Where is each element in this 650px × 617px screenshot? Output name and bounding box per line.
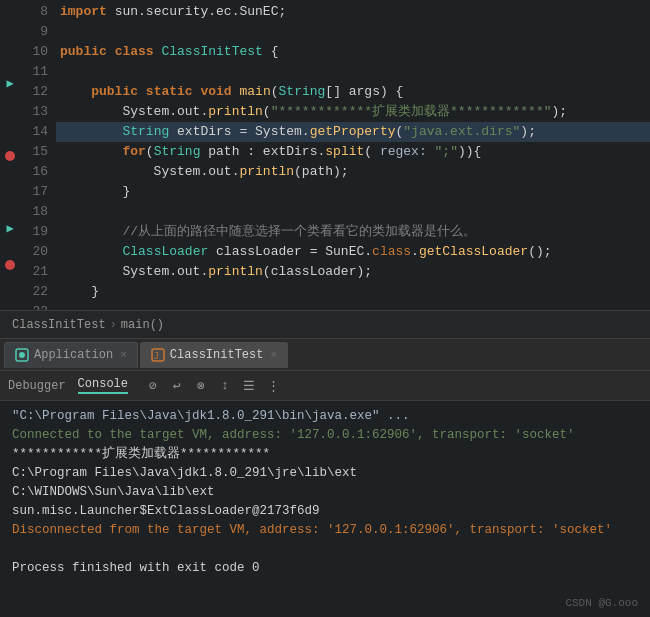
code-line-19: //从上面的路径中随意选择一个类看看它的类加载器是什么。: [56, 222, 650, 242]
code-container: ▶ ▶: [0, 0, 650, 310]
tab-classinitTest[interactable]: J ClassInitTest ×: [140, 342, 288, 368]
code-line-21: System.out.println(classLoader);: [56, 262, 650, 282]
app-icon: [15, 348, 29, 362]
gutter-row-15: [0, 256, 20, 274]
console-line-7: Disconnected from the target VM, address…: [12, 521, 638, 540]
breadcrumb-method: main(): [121, 318, 164, 332]
gear-icon[interactable]: ⋮: [264, 377, 282, 395]
code-line-14: String extDirs = System.getProperty("jav…: [56, 122, 650, 142]
gutter-row-9: [0, 147, 20, 165]
line-num-20: 20: [32, 242, 48, 262]
gutter-row-4: [0, 56, 20, 74]
line-num-13: 13: [32, 102, 48, 122]
gutter-row-3: [0, 38, 20, 56]
line-num-10: 10: [32, 42, 48, 62]
code-line-22: }: [56, 282, 650, 302]
line-num-15: 15: [32, 142, 48, 162]
code-line-11: [56, 62, 650, 82]
console-line-1: "C:\Program Files\Java\jdk1.8.0_291\bin\…: [12, 407, 638, 426]
tab-application-label: Application: [34, 348, 113, 362]
tab-application-close[interactable]: ×: [120, 349, 127, 361]
filter-icon[interactable]: ⊘: [144, 377, 162, 395]
console-line-2: Connected to the target VM, address: '12…: [12, 426, 638, 445]
gutter-row-10: [0, 165, 20, 183]
line-num-9: 9: [32, 22, 48, 42]
line-num-18: 18: [32, 202, 48, 222]
svg-text:J: J: [154, 352, 159, 361]
tab-classinitTest-close[interactable]: ×: [270, 349, 277, 361]
settings-icon[interactable]: ☰: [240, 377, 258, 395]
debug-arrow-2: ▶: [6, 221, 13, 236]
scroll-icon[interactable]: ↕: [216, 377, 234, 395]
gutter-row-17: [0, 292, 20, 310]
gutter-row-5: ▶: [0, 75, 20, 93]
code-line-12: public static void main(String[] args) {: [56, 82, 650, 102]
code-line-18: [56, 202, 650, 222]
line-num-8: 8: [32, 2, 48, 22]
gutter-row-12: [0, 201, 20, 219]
console-line-5: C:\WINDOWS\Sun\Java\lib\ext: [12, 483, 638, 502]
code-lines: import sun.security.ec.SunEC; public cla…: [56, 0, 650, 310]
console-line-4: C:\Program Files\Java\jdk1.8.0_291\jre\l…: [12, 464, 638, 483]
gutter-row-16: [0, 274, 20, 292]
bottom-panel: Debugger Console ⊘ ↩ ⊗ ↕ ☰ ⋮ "C:\Program…: [0, 370, 650, 584]
debug-arrow-1: ▶: [6, 76, 13, 91]
line-num-16: 16: [32, 162, 48, 182]
debugger-tab[interactable]: Debugger: [8, 379, 66, 393]
tab-classinitTest-label: ClassInitTest: [170, 348, 264, 362]
editor-area: ▶ ▶: [0, 0, 650, 310]
svg-point-1: [19, 352, 25, 358]
gutter-row-7: [0, 111, 20, 129]
line-num-12: 12: [32, 82, 48, 102]
console-line-6: sun.misc.Launcher$ExtClassLoader@2173f6d…: [12, 502, 638, 521]
breadcrumb-separator: ›: [110, 318, 117, 332]
gutter-row-6: [0, 93, 20, 111]
console-tab[interactable]: Console: [78, 377, 128, 394]
watermark: CSDN @G.ooo: [565, 597, 638, 609]
tab-application[interactable]: Application ×: [4, 342, 138, 368]
clear-icon[interactable]: ⊗: [192, 377, 210, 395]
breakpoint-2[interactable]: [5, 260, 15, 270]
gutter-row-13: ▶: [0, 220, 20, 238]
code-line-23: [56, 302, 650, 310]
code-line-9: [56, 22, 650, 42]
java-icon: J: [151, 348, 165, 362]
gutter-row-11: [0, 183, 20, 201]
code-line-17: }: [56, 182, 650, 202]
line-numbers: 8 9 10 11 12 13 14 15 16 17 18 19 20 21 …: [20, 0, 56, 310]
panel-toolbar: Debugger Console ⊘ ↩ ⊗ ↕ ☰ ⋮: [0, 371, 650, 401]
line-num-11: 11: [32, 62, 48, 82]
line-num-23: 23: [32, 302, 48, 310]
console-output: "C:\Program Files\Java\jdk1.8.0_291\bin\…: [0, 401, 650, 584]
main-wrapper: ▶ ▶: [0, 0, 650, 617]
code-line-8: import sun.security.ec.SunEC;: [56, 2, 650, 22]
gutter-row-2: [0, 20, 20, 38]
toolbar-icons: ⊘ ↩ ⊗ ↕ ☰ ⋮: [144, 377, 282, 395]
code-line-20: ClassLoader classLoader = SunEC.class.ge…: [56, 242, 650, 262]
code-line-10: public class ClassInitTest {: [56, 42, 650, 62]
code-line-16: System.out.println(path);: [56, 162, 650, 182]
breakpoint-1[interactable]: [5, 151, 15, 161]
console-line-3: ************扩展类加载器************: [12, 445, 638, 464]
code-line-15: for(String path : extDirs.split( regex: …: [56, 142, 650, 162]
line-num-21: 21: [32, 262, 48, 282]
breadcrumb-class: ClassInitTest: [12, 318, 106, 332]
line-num-17: 17: [32, 182, 48, 202]
gutter: ▶ ▶: [0, 0, 20, 310]
console-line-9: Process finished with exit code 0: [12, 559, 638, 578]
console-line-8: [12, 540, 638, 559]
gutter-row-8: [0, 129, 20, 147]
line-num-22: 22: [32, 282, 48, 302]
code-line-13: System.out.println("************扩展类加载器**…: [56, 102, 650, 122]
gutter-row-1: [0, 2, 20, 20]
gutter-row-14: [0, 238, 20, 256]
wrap-icon[interactable]: ↩: [168, 377, 186, 395]
breadcrumb-bar: ClassInitTest › main(): [0, 310, 650, 338]
tabs-bar: Application × J ClassInitTest ×: [0, 338, 650, 370]
line-num-19: 19: [32, 222, 48, 242]
line-num-14: 14: [32, 122, 48, 142]
